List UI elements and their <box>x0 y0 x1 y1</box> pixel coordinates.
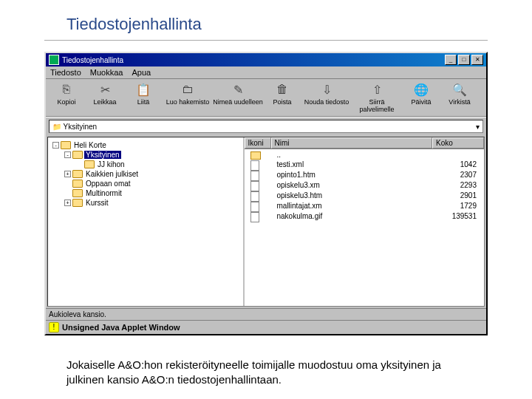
file-size: 2293 <box>429 181 481 191</box>
toolbar-icon: 🗑 <box>275 82 290 97</box>
path-dropdown[interactable]: 📁 Yksityinen ▾ <box>49 120 483 133</box>
menubar: Tiedosto Muokkaa Apua <box>46 66 486 78</box>
tree-item[interactable]: Oppaan omat <box>51 179 240 188</box>
path-bar: 📁 Yksityinen ▾ <box>46 117 486 135</box>
menu-edit[interactable]: Muokkaa <box>90 68 123 77</box>
titlebar: Tiedostojenhallinta _ □ ✕ <box>46 53 486 66</box>
tree-label[interactable]: Oppaan omat <box>84 180 132 188</box>
toolbar-icon: 📋 <box>136 82 151 97</box>
file-manager-window: Tiedostojenhallinta _ □ ✕ Tiedosto Muokk… <box>44 52 488 335</box>
file-list[interactable]: Ikoni Nimi Koko ..testi.xml1042opinto1.h… <box>245 137 485 306</box>
expand-icon[interactable]: + <box>64 171 71 177</box>
chevron-down-icon: ▾ <box>476 123 480 131</box>
file-row[interactable]: nakokulma.gif139531 <box>245 212 485 222</box>
minimize-button[interactable]: _ <box>445 55 457 65</box>
file-size: 1042 <box>429 160 481 171</box>
file-name: nakokulma.gif <box>274 212 430 222</box>
tree-label[interactable]: Yksityinen <box>84 151 121 159</box>
file-icon <box>250 160 259 171</box>
toolbar-leikkaa[interactable]: ✂Leikkaa <box>86 82 124 113</box>
menu-help[interactable]: Apua <box>132 68 151 77</box>
window-title: Tiedostojenhallinta <box>62 56 123 64</box>
toolbar-liitä[interactable]: 📋Liitä <box>124 82 163 113</box>
tree-label[interactable]: Kurssit <box>84 199 110 207</box>
collapse-icon[interactable]: - <box>64 151 71 158</box>
file-row[interactable]: opiskelu3.htm2901 <box>245 191 485 202</box>
col-size[interactable]: Koko <box>432 137 484 149</box>
up-folder-icon <box>250 151 261 160</box>
file-row[interactable]: opinto1.htm2307 <box>245 171 485 181</box>
folder-icon <box>72 151 83 159</box>
maximize-button[interactable]: □ <box>458 55 470 65</box>
toolbar-icon: 🗀 <box>180 82 195 97</box>
toolbar: ⎘Kopioi✂Leikkaa📋Liitä🗀Luo hakemisto✎Nime… <box>46 78 486 117</box>
collapse-icon[interactable]: - <box>52 142 59 149</box>
col-icon[interactable]: Ikoni <box>245 137 271 149</box>
folder-tree[interactable]: -Heli Korte-YksityinenJJ kihon+Kaikkien … <box>48 137 245 306</box>
file-size: 2901 <box>429 191 481 202</box>
status-bar: Aukioleva kansio. <box>46 308 486 320</box>
tree-label[interactable]: JJ kihon <box>96 160 126 168</box>
file-name: opiskelu3.xm <box>274 181 430 191</box>
toolbar-poista[interactable]: 🗑Poista <box>263 82 301 113</box>
menu-file[interactable]: Tiedosto <box>50 68 81 77</box>
toolbar-luo-hakemisto[interactable]: 🗀Luo hakemisto <box>163 82 213 113</box>
file-row[interactable]: .. <box>245 151 485 160</box>
toolbar-icon: ✂ <box>98 82 112 97</box>
file-row[interactable]: testi.xml1042 <box>245 160 485 171</box>
toolbar-icon: ✎ <box>231 82 245 97</box>
toolbar-virkistä[interactable]: 🔍Virkistä <box>440 82 479 113</box>
title-divider <box>44 40 488 41</box>
tree-item[interactable]: -Heli Korte <box>51 140 240 150</box>
tree-item[interactable]: JJ kihon <box>51 160 240 169</box>
file-size: 1729 <box>429 202 481 212</box>
file-name: opiskelu3.htm <box>274 191 430 202</box>
file-name: testi.xml <box>274 160 430 171</box>
slide-caption: Jokaiselle A&O:hon rekisteröityneelle to… <box>44 358 488 386</box>
file-name: opinto1.htm <box>274 171 430 181</box>
folder-icon <box>72 170 83 178</box>
folder-icon <box>72 199 83 207</box>
col-name[interactable]: Nimi <box>271 137 433 149</box>
tree-label[interactable]: Heli Korte <box>72 141 108 149</box>
file-icon <box>250 181 259 191</box>
file-name: .. <box>274 151 430 160</box>
applet-warning-bar: ! Unsigned Java Applet Window <box>46 320 486 334</box>
file-icon <box>250 171 259 181</box>
tree-item[interactable]: Multinormit <box>51 188 240 198</box>
file-icon <box>250 202 259 212</box>
file-row[interactable]: mallintajat.xm1729 <box>245 202 485 212</box>
page-title: Tiedostojenhallinta <box>44 15 488 34</box>
folder-icon <box>61 141 71 149</box>
tree-label[interactable]: Multinormit <box>84 189 123 197</box>
file-size: 139531 <box>429 212 481 222</box>
toolbar-icon: 🌐 <box>414 82 429 97</box>
close-button[interactable]: ✕ <box>471 55 483 65</box>
tree-label[interactable]: Kaikkien julkiset <box>84 170 140 178</box>
toolbar-icon: ⇧ <box>369 82 384 97</box>
folder-icon <box>72 180 83 188</box>
toolbar-icon: ⇩ <box>319 82 334 97</box>
toolbar-nouda-tiedosto[interactable]: ⇩Nouda tiedosto <box>301 82 352 113</box>
toolbar-icon: ⎘ <box>59 82 74 97</box>
toolbar-kopioi[interactable]: ⎘Kopioi <box>47 82 86 113</box>
expand-icon[interactable]: + <box>64 200 71 206</box>
folder-icon <box>84 160 95 168</box>
file-size <box>429 151 481 160</box>
file-icon <box>250 191 259 202</box>
tree-item[interactable]: +Kurssit <box>51 198 240 208</box>
toolbar-siirrä-palvelimelle[interactable]: ⇧Siirrä palvelimelle <box>352 82 402 113</box>
folder-icon <box>72 189 83 197</box>
file-row[interactable]: opiskelu3.xm2293 <box>245 181 485 191</box>
tree-item[interactable]: +Kaikkien julkiset <box>51 169 240 179</box>
file-icon <box>250 212 259 222</box>
file-size: 2307 <box>429 171 481 181</box>
tree-item[interactable]: -Yksityinen <box>51 150 240 160</box>
warning-icon: ! <box>49 322 59 332</box>
app-icon <box>49 55 59 65</box>
file-name: mallintajat.xm <box>274 202 430 212</box>
toolbar-päivitä[interactable]: 🌐Päivitä <box>402 82 440 113</box>
list-header: Ikoni Nimi Koko <box>245 137 485 149</box>
toolbar-icon: 🔍 <box>452 82 467 97</box>
toolbar-nimeä-uudelleen[interactable]: ✎Nimeä uudelleen <box>213 82 263 113</box>
